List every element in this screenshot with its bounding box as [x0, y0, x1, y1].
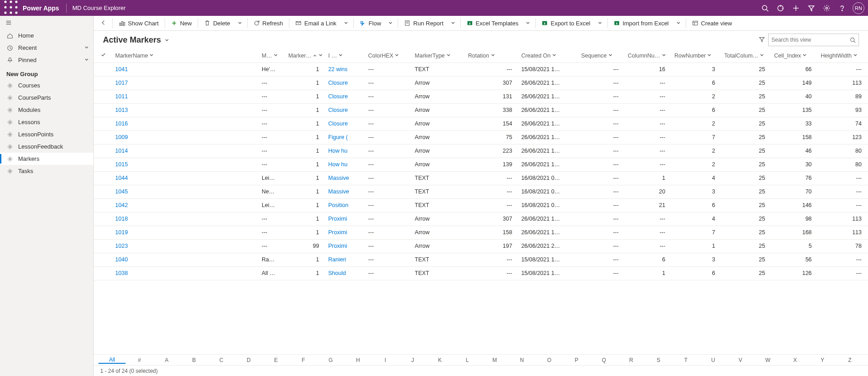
search-view-input[interactable] — [771, 37, 850, 43]
table-row[interactable]: 1014 --- 1 How hu --- Arrow 223 26/06/20… — [94, 144, 868, 158]
search-view-box[interactable] — [768, 34, 859, 46]
sidebar-item-courseparts[interactable]: CourseParts — [0, 92, 93, 104]
column-header[interactable]: MarkerName — [112, 49, 259, 63]
flow-dropdown[interactable] — [385, 20, 395, 27]
sidebar-item-recent[interactable]: Recent — [0, 42, 93, 54]
alpha-filter-all[interactable]: All — [98, 357, 126, 364]
row-checkbox[interactable] — [94, 117, 112, 130]
alpha-filter-k[interactable]: K — [426, 357, 454, 363]
marker-link-cell[interactable]: 22 wins — [326, 63, 366, 76]
column-header[interactable]: M… — [259, 49, 286, 63]
marker-name-cell[interactable]: 1019 — [112, 226, 259, 239]
table-row[interactable]: 1023 --- 99 Proximi --- Arrow 197 26/06/… — [94, 239, 868, 253]
table-row[interactable]: 1011 --- 1 Closure --- Arrow 131 26/06/2… — [94, 90, 868, 103]
alpha-filter-g[interactable]: G — [317, 357, 344, 363]
column-header[interactable]: RowNumber — [672, 49, 722, 63]
help-icon[interactable] — [834, 0, 850, 16]
sidebar-item-home[interactable]: Home — [0, 29, 93, 42]
column-header[interactable]: ColumnNu… — [625, 49, 672, 63]
table-row[interactable]: 1040 Ra… 1 Ranieri --- TEXT --- 15/08/20… — [94, 253, 868, 266]
column-header[interactable]: Sequence — [578, 49, 625, 63]
column-header[interactable]: Created On — [518, 49, 578, 63]
alpha-filter-a[interactable]: A — [153, 357, 180, 363]
sidebar-item-lessons[interactable]: Lessons — [0, 116, 93, 128]
marker-name-cell[interactable]: 1045 — [112, 185, 259, 198]
import-excel-button[interactable]: xImport from Excel — [610, 16, 673, 30]
row-checkbox[interactable] — [94, 130, 112, 144]
table-row[interactable]: 1015 --- 1 How hu --- Arrow 139 26/06/20… — [94, 158, 868, 171]
marker-name-cell[interactable]: 1018 — [112, 212, 259, 226]
marker-link-cell[interactable]: Massive — [326, 171, 366, 185]
marker-name-cell[interactable]: 1014 — [112, 144, 259, 158]
alpha-filter-h[interactable]: H — [344, 357, 371, 363]
table-row[interactable]: 1009 --- 1 Figure ( --- Arrow 75 26/06/2… — [94, 130, 868, 144]
row-checkbox[interactable] — [94, 90, 112, 103]
templates-dropdown[interactable] — [523, 20, 533, 27]
row-checkbox[interactable] — [94, 171, 112, 185]
import-dropdown[interactable] — [673, 20, 683, 27]
row-checkbox[interactable] — [94, 212, 112, 226]
marker-name-cell[interactable]: 1041 — [112, 63, 259, 76]
marker-link-cell[interactable]: Should — [326, 266, 366, 280]
user-avatar[interactable]: RN — [853, 2, 864, 14]
row-checkbox[interactable] — [94, 198, 112, 212]
new-button[interactable]: New — [167, 16, 195, 30]
sidebar-item-pinned[interactable]: Pinned — [0, 54, 93, 66]
refresh-button[interactable]: Refresh — [250, 16, 287, 30]
marker-link-cell[interactable]: Closure — [326, 103, 366, 117]
alpha-filter-u[interactable]: U — [700, 357, 727, 363]
sidebar-item-lessonpoints[interactable]: LessonPoints — [0, 128, 93, 140]
column-header[interactable]: HeightWidth — [818, 49, 868, 63]
column-header[interactable]: TotalColum… — [722, 49, 771, 63]
alpha-filter-s[interactable]: S — [645, 357, 672, 363]
target-icon[interactable] — [773, 0, 788, 16]
row-checkbox[interactable] — [94, 185, 112, 198]
sidebar-item-markers[interactable]: Markers — [0, 153, 93, 165]
alpha-filter-n[interactable]: N — [508, 357, 536, 363]
marker-link-cell[interactable]: Massive — [326, 185, 366, 198]
search-icon[interactable] — [757, 0, 773, 16]
alpha-filter-p[interactable]: P — [563, 357, 590, 363]
alpha-filter-j[interactable]: J — [399, 357, 426, 363]
alpha-filter-v[interactable]: V — [727, 357, 754, 363]
column-header[interactable]: Marker… — [286, 49, 326, 63]
sidebar-item-courses[interactable]: Courses — [0, 79, 93, 92]
row-checkbox[interactable] — [94, 144, 112, 158]
delete-button[interactable]: Delete — [200, 16, 234, 30]
data-grid[interactable]: MarkerNameM…Marker…I …ColorHEXMarkerType… — [94, 49, 868, 354]
filter-icon[interactable] — [804, 0, 819, 16]
alpha-filter-e[interactable]: E — [263, 357, 290, 363]
marker-link-cell[interactable]: How hu — [326, 158, 366, 171]
row-checkbox[interactable] — [94, 266, 112, 280]
alpha-filter-w[interactable]: W — [754, 357, 781, 363]
email-link-button[interactable]: Email a Link — [292, 16, 340, 30]
export-dropdown[interactable] — [595, 20, 605, 27]
marker-name-cell[interactable]: 1013 — [112, 103, 259, 117]
marker-link-cell[interactable]: Ranieri — [326, 253, 366, 266]
row-checkbox[interactable] — [94, 103, 112, 117]
flow-button[interactable]: Flow — [356, 16, 385, 30]
column-header[interactable]: MarkerType — [412, 49, 465, 63]
marker-name-cell[interactable]: 1023 — [112, 239, 259, 253]
marker-link-cell[interactable]: Closure — [326, 76, 366, 90]
email-dropdown[interactable] — [341, 20, 351, 27]
alpha-filter-i[interactable]: I — [372, 357, 399, 363]
row-checkbox[interactable] — [94, 226, 112, 239]
marker-name-cell[interactable]: 1042 — [112, 198, 259, 212]
table-row[interactable]: 1038 All … 1 Should --- TEXT --- 15/08/2… — [94, 266, 868, 280]
alpha-filter-y[interactable]: Y — [809, 357, 836, 363]
table-row[interactable]: 1045 Ne… 1 Massive --- TEXT --- 16/08/20… — [94, 185, 868, 198]
alpha-filter-f[interactable]: F — [290, 357, 317, 363]
table-row[interactable]: 1018 --- 1 Proximi --- Arrow 307 26/06/2… — [94, 212, 868, 226]
alpha-filter-q[interactable]: Q — [590, 357, 618, 363]
marker-name-cell[interactable]: 1017 — [112, 76, 259, 90]
table-row[interactable]: 1013 --- 1 Closure --- Arrow 338 26/06/2… — [94, 103, 868, 117]
marker-link-cell[interactable]: How hu — [326, 144, 366, 158]
row-checkbox[interactable] — [94, 76, 112, 90]
table-row[interactable]: 1016 --- 1 Closure --- Arrow 154 26/06/2… — [94, 117, 868, 130]
brand-label[interactable]: Power Apps — [18, 5, 63, 12]
column-header[interactable]: Rotation — [465, 49, 518, 63]
table-row[interactable]: 1041 He'… 1 22 wins --- TEXT --- 15/08/2… — [94, 63, 868, 76]
sidebar-item-modules[interactable]: Modules — [0, 104, 93, 116]
row-checkbox[interactable] — [94, 63, 112, 76]
